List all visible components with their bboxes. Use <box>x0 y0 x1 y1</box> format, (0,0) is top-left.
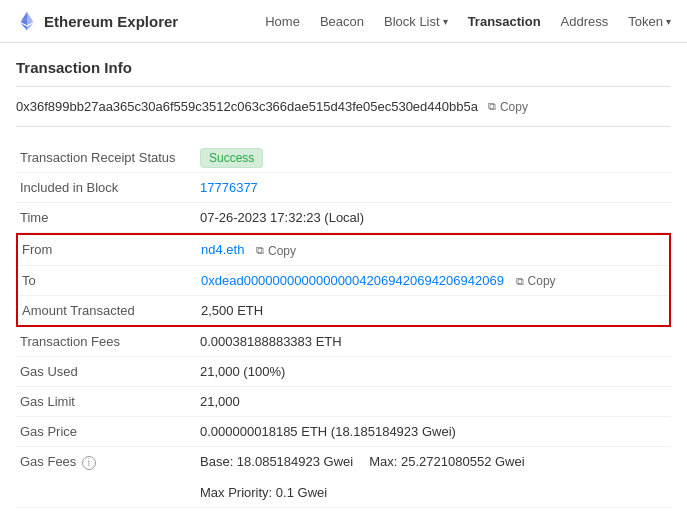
from-row: From nd4.eth ⧉ Copy <box>17 234 670 265</box>
gas-price-label: Gas Price <box>16 417 196 447</box>
block-label: Included in Block <box>16 173 196 203</box>
gas-fees-label: Gas Fees i <box>16 447 196 508</box>
highlighted-section: From nd4.eth ⧉ Copy To 0xdead00000000000… <box>16 233 671 327</box>
gas-price-value: 0.000000018185 ETH (18.185184923 Gwei) <box>196 417 671 447</box>
info-table: Transaction Receipt Status Success Inclu… <box>16 143 671 233</box>
gas-fees-max: Max: 25.2721080552 Gwei <box>369 454 524 469</box>
tx-fees-value: 0.00038188883383 ETH <box>196 327 671 357</box>
gas-fees-base: Base: 18.085184923 Gwei <box>200 454 353 469</box>
amount-label: Amount Transacted <box>17 296 197 327</box>
main-content: Transaction Info 0x36f899bb27aa365c30a6f… <box>0 43 687 514</box>
from-address-link[interactable]: nd4.eth <box>201 242 244 257</box>
from-label: From <box>17 234 197 265</box>
tx-fees-label: Transaction Fees <box>16 327 196 357</box>
burnt-row: Burnt i 0.00037978888383 ETH <box>16 508 671 515</box>
nav-beacon[interactable]: Beacon <box>320 14 364 29</box>
to-address-link[interactable]: 0xdead0000000000000000420694206942069420… <box>201 273 504 288</box>
nav-transaction[interactable]: Transaction <box>468 14 541 29</box>
tx-hash-value: 0x36f899bb27aa365c30a6f559c3512c063c366d… <box>16 99 478 114</box>
from-value: nd4.eth ⧉ Copy <box>197 234 670 265</box>
block-link[interactable]: 17776377 <box>200 180 258 195</box>
gas-limit-value: 21,000 <box>196 387 671 417</box>
time-row: Time 07-26-2023 17:32:23 (Local) <box>16 203 671 233</box>
to-label: To <box>17 265 197 296</box>
amount-row: Amount Transacted 2,500 ETH <box>17 296 670 327</box>
block-row: Included in Block 17776377 <box>16 173 671 203</box>
status-badge: Success <box>200 148 263 168</box>
brand-label: Ethereum Explorer <box>44 13 178 30</box>
tx-hash-row: 0x36f899bb27aa365c30a6f559c3512c063c366d… <box>16 99 671 127</box>
gas-used-value: 21,000 (100%) <box>196 357 671 387</box>
receipt-status-value: Success <box>196 143 671 173</box>
time-label: Time <box>16 203 196 233</box>
nav-home[interactable]: Home <box>265 14 300 29</box>
gas-fees-max-priority: Max Priority: 0.1 Gwei <box>200 485 327 500</box>
gas-limit-label: Gas Limit <box>16 387 196 417</box>
navbar-links: Home Beacon Block List ▾ Transaction Add… <box>265 14 671 29</box>
navbar: Ethereum Explorer Home Beacon Block List… <box>0 0 687 43</box>
page-title: Transaction Info <box>16 59 671 87</box>
chevron-down-icon-2: ▾ <box>666 16 671 27</box>
receipt-status-label: Transaction Receipt Status <box>16 143 196 173</box>
nav-block-list-dropdown[interactable]: Block List ▾ <box>384 14 448 29</box>
tx-fees-row: Transaction Fees 0.00038188883383 ETH <box>16 327 671 357</box>
copy-icon-to: ⧉ <box>516 275 524 288</box>
nav-address[interactable]: Address <box>561 14 609 29</box>
burnt-label: Burnt i <box>16 508 196 515</box>
gas-limit-row: Gas Limit 21,000 <box>16 387 671 417</box>
gas-used-row: Gas Used 21,000 (100%) <box>16 357 671 387</box>
lower-info-table: Transaction Fees 0.00038188883383 ETH Ga… <box>16 327 671 514</box>
gas-fees-info: Base: 18.085184923 Gwei Max: 25.27210805… <box>200 454 667 500</box>
gas-fees-row: Gas Fees i Base: 18.085184923 Gwei Max: … <box>16 447 671 508</box>
gas-fees-value: Base: 18.085184923 Gwei Max: 25.27210805… <box>196 447 671 508</box>
to-copy-button[interactable]: ⧉ Copy <box>516 274 556 288</box>
chevron-down-icon: ▾ <box>443 16 448 27</box>
to-row: To 0xdead0000000000000000420694206942069… <box>17 265 670 296</box>
time-value: 07-26-2023 17:32:23 (Local) <box>196 203 671 233</box>
gas-used-label: Gas Used <box>16 357 196 387</box>
burnt-value: 0.00037978888383 ETH <box>196 508 671 515</box>
gas-fees-help-icon[interactable]: i <box>82 456 96 470</box>
gas-price-row: Gas Price 0.000000018185 ETH (18.1851849… <box>16 417 671 447</box>
eth-logo-icon <box>16 10 38 32</box>
block-value: 17776377 <box>196 173 671 203</box>
amount-value: 2,500 ETH <box>197 296 670 327</box>
tx-hash-copy-button[interactable]: ⧉ Copy <box>488 100 528 114</box>
brand: Ethereum Explorer <box>16 10 178 32</box>
nav-token-dropdown[interactable]: Token ▾ <box>628 14 671 29</box>
from-copy-button[interactable]: ⧉ Copy <box>256 244 296 258</box>
to-value: 0xdead0000000000000000420694206942069420… <box>197 265 670 296</box>
copy-icon-from: ⧉ <box>256 244 264 257</box>
copy-icon: ⧉ <box>488 100 496 113</box>
receipt-status-row: Transaction Receipt Status Success <box>16 143 671 173</box>
